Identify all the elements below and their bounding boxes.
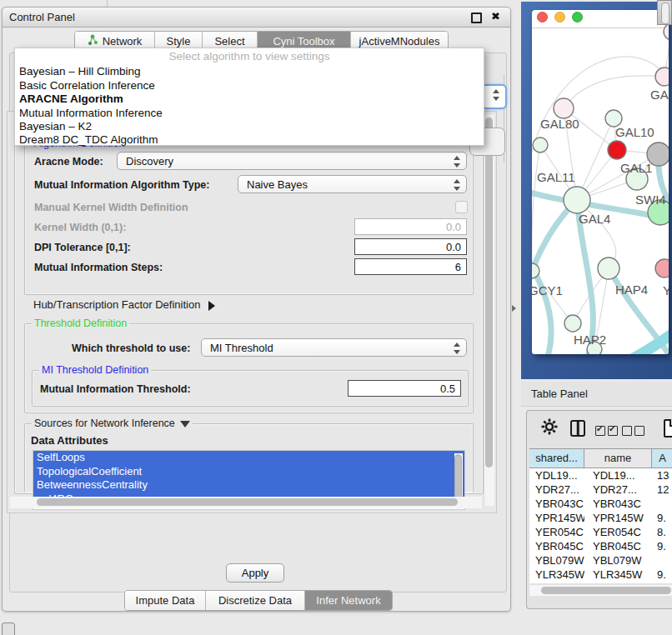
node-partial-top[interactable]: [664, 23, 669, 40]
node-hap4[interactable]: [598, 258, 619, 279]
list-item[interactable]: SelfLoops: [33, 451, 464, 465]
node-label: SWI4: [635, 192, 666, 207]
table-header-row: shared... name A: [529, 448, 672, 468]
algorithm-option[interactable]: Dream8 DC_TDC Algorithm: [18, 133, 480, 147]
background-window-fragment: [657, 0, 672, 25]
settings-horizontal-scrollbar[interactable]: [10, 497, 482, 508]
algorithm-option[interactable]: Bayesian – Hill Climbing: [18, 65, 480, 78]
node-red-selected[interactable]: [608, 141, 626, 159]
tab-label: Network: [103, 35, 143, 48]
stepper-arrows-icon: [453, 179, 460, 191]
node-hap2[interactable]: [564, 315, 581, 332]
split-columns-icon[interactable]: [570, 420, 585, 437]
which-threshold-combo[interactable]: MI Threshold: [201, 338, 467, 357]
combo-value: Discovery: [126, 155, 173, 168]
node-gal4[interactable]: [564, 187, 590, 213]
node-near-gal10[interactable]: [605, 110, 622, 127]
node-gal11[interactable]: [533, 138, 548, 152]
table-row[interactable]: YBR043CYBR043C: [529, 497, 672, 511]
data-attributes-label: Data Attributes: [31, 434, 108, 447]
table-row[interactable]: YDL19...YDL19...13: [529, 468, 672, 482]
hub-definition-toggle[interactable]: Hub/Transcription Factor Definition: [33, 298, 215, 311]
select-all-checkboxes-icon[interactable]: [595, 424, 620, 439]
table-panel-window: shared... name A YDL19...YDL19...13 YDR2…: [526, 410, 672, 609]
node-label: HAP2: [574, 332, 606, 347]
collapsed-arrow-icon: [208, 301, 215, 311]
tab-label: Cyni Toolbox: [273, 35, 334, 48]
table-row[interactable]: YER054CYER054C8.: [529, 525, 672, 539]
table-row[interactable]: YLR345WYLR345W9.: [529, 568, 672, 582]
manual-kernel-checkbox[interactable]: [455, 201, 468, 213]
column-header-name[interactable]: name: [584, 449, 652, 468]
network-view-panel: GAL GAL80 GAL10 GAL1 GAL11 SWI4 GAL4 GCY…: [521, 2, 672, 379]
tab-label: Style: [167, 35, 191, 48]
mi-steps-field[interactable]: 6: [354, 258, 467, 275]
bottom-corner-icon[interactable]: [2, 622, 15, 635]
tab-label: Infer Network: [316, 594, 380, 607]
scrollbar-thumb[interactable]: [541, 587, 671, 594]
inference-algorithm-combo-fragment[interactable]: [481, 84, 507, 109]
hub-definition-label: Hub/Transcription Factor Definition: [33, 298, 200, 311]
algorithm-option[interactable]: Basic Correlation Inference: [18, 79, 480, 92]
combo-value: Naive Bayes: [247, 178, 308, 191]
node-table: shared... name A YDL19...YDL19...13 YDR2…: [529, 448, 672, 583]
scrollbar-thumb[interactable]: [485, 118, 493, 468]
table-settings-gear-icon[interactable]: [540, 418, 559, 439]
settings-scroll-area: Cyni Algorithm Settings Algorithm Defini…: [7, 111, 497, 513]
apply-button[interactable]: Apply: [226, 563, 284, 582]
top-divider-line: [107, 0, 108, 7]
table-horizontal-scrollbar[interactable]: [529, 585, 672, 596]
control-panel: Control Panel ✖ Network Style Select Cyn…: [2, 7, 511, 612]
control-panel-titlebar[interactable]: Control Panel ✖: [3, 8, 510, 28]
column-header-partial[interactable]: A: [652, 449, 672, 468]
node-label: GAL4: [579, 212, 610, 226]
panel-splitter-handle[interactable]: [512, 305, 516, 312]
deselect-all-checkboxes-icon[interactable]: [622, 424, 647, 439]
mi-type-combo[interactable]: Naive Bayes: [238, 175, 467, 193]
settings-vertical-scrollbar[interactable]: [484, 114, 494, 506]
node-gal-partial[interactable]: [655, 68, 669, 86]
network-window[interactable]: GAL GAL80 GAL10 GAL1 GAL11 SWI4 GAL4 GCY…: [532, 10, 669, 354]
list-vertical-scrollbar[interactable]: [454, 453, 463, 503]
tab-label: jActiveMNodules: [359, 35, 440, 48]
algorithm-option-highlighted[interactable]: ARACNE Algorithm: [18, 92, 480, 106]
list-item[interactable]: BetweennessCentrality: [33, 478, 464, 492]
node-label: GAL10: [615, 125, 654, 139]
list-item[interactable]: TopologicalCoefficient: [33, 465, 464, 479]
algorithm-option[interactable]: Mutual Information Inference: [18, 107, 480, 120]
node-label: GAL1: [620, 161, 652, 175]
group-cyni-algorithm-settings: Cyni Algorithm Settings Algorithm Defini…: [14, 121, 484, 494]
tab-label: Discretize Data: [218, 594, 292, 607]
aracne-mode-combo[interactable]: Discovery: [117, 152, 467, 170]
node-label: GAL: [650, 88, 669, 102]
which-threshold-label: Which threshold to use:: [72, 342, 190, 354]
table-row[interactable]: YPR145WYPR145W9.: [529, 511, 672, 525]
group-title: Threshold Definition: [32, 318, 129, 329]
tab-label: Select: [214, 35, 244, 48]
tab-infer-network[interactable]: Infer Network: [305, 591, 392, 610]
column-header-shared-name[interactable]: shared...: [529, 449, 584, 468]
stepper-arrows-icon: [453, 156, 460, 168]
file-icon[interactable]: [664, 419, 672, 438]
node-salmon[interactable]: [655, 259, 669, 278]
table-row[interactable]: YDR27...YDR27...12: [529, 482, 672, 497]
dpi-tolerance-field[interactable]: 0.0: [354, 238, 467, 255]
network-icon: [88, 34, 98, 48]
group-title: MI Threshold Definition: [39, 364, 151, 376]
table-row[interactable]: YBL079WYBL079W: [529, 553, 672, 568]
algorithm-option[interactable]: Bayesian – K2: [18, 120, 480, 133]
tab-discretize-data[interactable]: Discretize Data: [206, 591, 305, 610]
kernel-width-field[interactable]: 0.0: [354, 218, 467, 235]
tab-impute-data[interactable]: Impute Data: [125, 591, 206, 610]
bottom-tabbar: Impute Data Discretize Data Infer Networ…: [124, 590, 393, 611]
stepper-arrows-icon: [453, 342, 460, 354]
mi-threshold-field[interactable]: 0.5: [348, 380, 461, 397]
table-row[interactable]: YIL052CYIL052C8: [529, 582, 672, 583]
float-window-icon[interactable]: [471, 12, 482, 23]
close-icon[interactable]: ✖: [491, 10, 500, 22]
table-row[interactable]: YBR045CYBR045C9.: [529, 539, 672, 553]
mi-threshold-label: Mutual Information Threshold:: [40, 383, 191, 395]
scrollbar-thumb[interactable]: [37, 498, 458, 506]
group-algorithm-definition: Algorithm Definition Aracne Mode: Discov…: [24, 143, 474, 295]
node-gal80[interactable]: [554, 98, 574, 118]
